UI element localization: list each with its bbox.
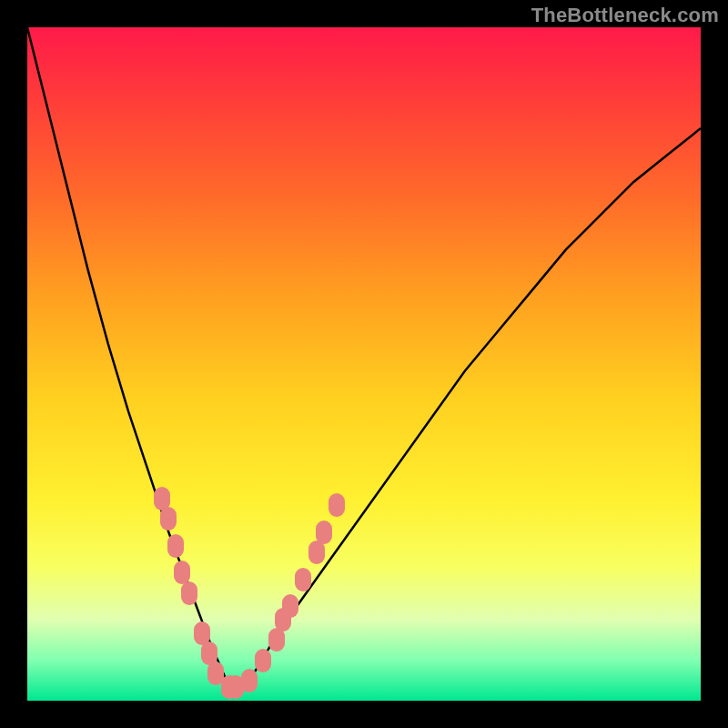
curve-marker [228,675,244,699]
curve-marker [308,541,325,564]
curve-marker [295,568,311,592]
curve-marker [174,561,190,584]
curve-marker [282,594,298,618]
curve-marker [268,628,285,652]
curve-marker [221,675,238,699]
curve-marker [167,534,184,558]
curve-marker [329,493,345,517]
chart-frame: TheBottleneck.com [0,0,728,728]
marker-layer [27,27,701,701]
curve-marker [154,487,170,511]
curve-marker [207,662,224,685]
curve-marker [275,608,291,632]
curve-marker [160,507,177,531]
curve-marker [316,521,332,544]
curve-marker [201,642,217,665]
curve-marker [194,622,210,645]
curve-marker [241,669,258,693]
bottleneck-curve [27,27,701,701]
curve-marker [181,581,197,605]
curve-marker [255,649,271,672]
watermark-text: TheBottleneck.com [531,4,719,27]
plot-area [27,27,701,701]
